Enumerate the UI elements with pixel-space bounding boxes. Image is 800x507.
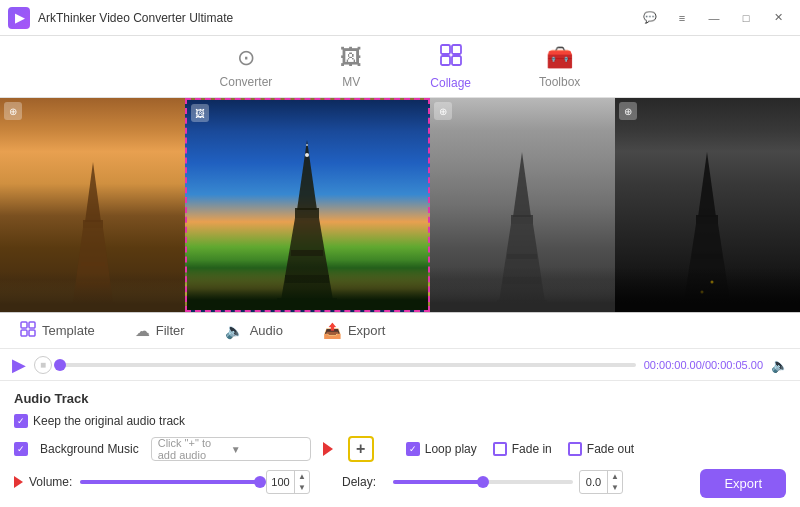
volume-number-input[interactable]: 100 ▲ ▼ xyxy=(266,470,310,494)
toolbar-audio[interactable]: 🔈 Audio xyxy=(217,318,291,344)
minimize-button[interactable]: — xyxy=(700,7,728,29)
delay-number-input[interactable]: 0.0 ▲ ▼ xyxy=(579,470,623,494)
progress-thumb[interactable] xyxy=(54,359,66,371)
right-options: Loop play Fade in Fade out xyxy=(406,442,634,456)
template-label: Template xyxy=(42,323,95,338)
svg-rect-34 xyxy=(21,322,27,328)
panel-icon-1: ⊕ xyxy=(4,102,22,120)
red-arrow-volume xyxy=(14,476,23,488)
fade-out-checkbox[interactable] xyxy=(568,442,582,456)
tab-toolbox-label: Toolbox xyxy=(539,75,580,89)
media-panel-4[interactable]: ⊕ xyxy=(615,98,800,312)
tab-toolbox[interactable]: 🧰 Toolbox xyxy=(529,39,590,95)
template-icon xyxy=(20,321,36,340)
delay-slider-track[interactable] xyxy=(393,480,573,484)
media-panel-2[interactable]: 🖼 xyxy=(185,98,430,312)
svg-rect-36 xyxy=(21,330,27,336)
svg-rect-2 xyxy=(441,56,450,65)
bottom-toolbar: Template ☁ Filter 🔈 Audio 📤 Export xyxy=(0,313,800,349)
delay-arrows: ▲ ▼ xyxy=(607,471,622,493)
bg-music-chevron: ▼ xyxy=(231,444,304,455)
svg-marker-18 xyxy=(513,152,531,217)
volume-icon[interactable]: 🔈 xyxy=(771,357,788,373)
toolbox-icon: 🧰 xyxy=(546,45,573,71)
tab-collage[interactable]: Collage xyxy=(420,38,481,96)
svg-marker-10 xyxy=(297,140,317,210)
panel-icon-2: 🖼 xyxy=(191,104,209,122)
volume-slider-thumb[interactable] xyxy=(254,476,266,488)
red-arrow-add xyxy=(323,442,333,456)
volume-control: Volume: 100 ▲ ▼ xyxy=(14,470,310,494)
audio-controls: Audio Track Keep the original audio trac… xyxy=(0,381,800,507)
play-button[interactable]: ▶ xyxy=(12,354,26,376)
keep-original-checkbox[interactable] xyxy=(14,414,28,428)
loop-play-label: Loop play xyxy=(425,442,477,456)
svg-rect-5 xyxy=(83,220,103,228)
keep-original-label: Keep the original audio track xyxy=(33,414,185,428)
app-title: ArkThinker Video Converter Ultimate xyxy=(38,11,233,25)
fade-in-label: Fade in xyxy=(512,442,552,456)
delay-up-button[interactable]: ▲ xyxy=(608,471,622,482)
audio-track-title: Audio Track xyxy=(14,391,786,406)
media-panel-3[interactable]: ⊕ xyxy=(430,98,615,312)
audio-controls-section: Audio Track Keep the original audio trac… xyxy=(0,381,800,507)
tab-converter[interactable]: ⊙ Converter xyxy=(210,39,283,95)
mv-icon: 🖼 xyxy=(340,45,362,71)
audio-icon: 🔈 xyxy=(225,322,244,340)
progress-track[interactable] xyxy=(60,363,636,367)
filter-label: Filter xyxy=(156,323,185,338)
volume-down-button[interactable]: ▼ xyxy=(295,482,309,493)
delay-down-button[interactable]: ▼ xyxy=(608,482,622,493)
audio-label: Audio xyxy=(250,323,283,338)
svg-rect-11 xyxy=(295,208,319,218)
svg-rect-25 xyxy=(696,215,718,224)
delay-label: Delay: xyxy=(342,475,387,489)
menu-button[interactable]: ≡ xyxy=(668,7,696,29)
stop-button[interactable]: ■ xyxy=(34,356,52,374)
media-panel-1[interactable]: ⊕ xyxy=(0,98,185,312)
svg-rect-3 xyxy=(452,56,461,65)
svg-rect-0 xyxy=(441,45,450,54)
fade-out-label: Fade out xyxy=(587,442,634,456)
fade-in-checkbox[interactable] xyxy=(493,442,507,456)
delay-value: 0.0 xyxy=(580,471,607,493)
maximize-button[interactable]: □ xyxy=(732,7,760,29)
playback-bar: ▶ ■ 00:00:00.00/00:00:05.00 🔈 xyxy=(0,349,800,381)
bg-music-select[interactable]: Click "+" to add audio ▼ xyxy=(151,437,311,461)
fade-in-group: Fade in xyxy=(493,442,552,456)
svg-rect-23 xyxy=(507,254,537,259)
volume-up-button[interactable]: ▲ xyxy=(295,471,309,482)
volume-slider-fill xyxy=(80,480,260,484)
svg-point-17 xyxy=(306,144,308,146)
toolbar-template[interactable]: Template xyxy=(12,317,103,344)
add-arrow-indicator xyxy=(323,442,336,456)
tab-mv[interactable]: 🖼 MV xyxy=(330,39,372,95)
keep-original-group: Keep the original audio track xyxy=(14,414,185,428)
delay-control: Delay: 0.0 ▲ ▼ xyxy=(342,470,623,494)
export-button[interactable]: Export xyxy=(700,469,786,498)
volume-value: 100 xyxy=(267,471,294,493)
loop-play-checkbox[interactable] xyxy=(406,442,420,456)
svg-marker-24 xyxy=(698,152,716,217)
export-label: Export xyxy=(348,323,386,338)
toolbar-export[interactable]: 📤 Export xyxy=(315,318,394,344)
audio-row-1: Keep the original audio track xyxy=(14,414,786,428)
delay-slider-thumb[interactable] xyxy=(477,476,489,488)
panel-icon-3: ⊕ xyxy=(434,102,452,120)
svg-rect-15 xyxy=(291,250,323,256)
svg-rect-35 xyxy=(29,322,35,328)
titlebar: ▶ ArkThinker Video Converter Ultimate 💬 … xyxy=(0,0,800,36)
bg-music-checkbox[interactable] xyxy=(14,442,28,456)
tab-collage-label: Collage xyxy=(430,76,471,90)
svg-rect-29 xyxy=(692,254,722,259)
fade-out-group: Fade out xyxy=(568,442,634,456)
panel-icon-4: ⊕ xyxy=(619,102,637,120)
toolbar-filter[interactable]: ☁ Filter xyxy=(127,318,193,344)
titlebar-left: ▶ ArkThinker Video Converter Ultimate xyxy=(8,7,233,29)
chat-button[interactable]: 💬 xyxy=(636,7,664,29)
volume-slider-track[interactable] xyxy=(80,480,260,484)
svg-rect-19 xyxy=(511,215,533,224)
bg-music-placeholder: Click "+" to add audio xyxy=(158,437,231,461)
close-button[interactable]: ✕ xyxy=(764,7,792,29)
add-audio-button[interactable]: + xyxy=(348,436,374,462)
